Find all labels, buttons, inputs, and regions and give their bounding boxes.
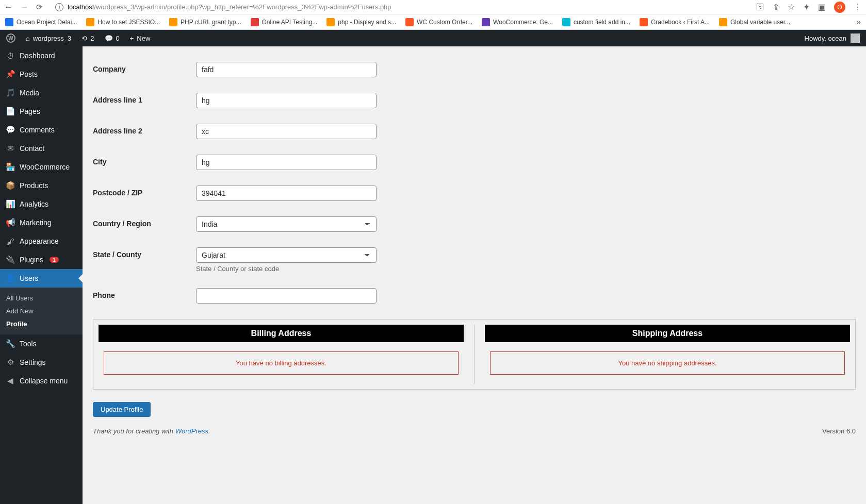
bookmark-favicon bbox=[86, 18, 94, 26]
sidebar-item-label: Media bbox=[20, 89, 39, 97]
sidebar-item-label: Dashboard bbox=[20, 52, 55, 60]
bookmark-favicon bbox=[640, 18, 648, 26]
state-select[interactable]: Gujarat bbox=[196, 247, 377, 263]
sidebar-item-label: Appearance bbox=[20, 237, 59, 245]
sidebar-item-label: Marketing bbox=[20, 219, 51, 227]
products-icon: 📦 bbox=[5, 180, 15, 191]
sidebar-item-tools[interactable]: 🔧Tools bbox=[0, 334, 83, 353]
extensions-icon[interactable]: ✦ bbox=[803, 2, 810, 12]
star-icon[interactable]: ☆ bbox=[788, 2, 795, 12]
bookmark-item[interactable]: PHP cURL grant typ... bbox=[169, 18, 241, 26]
sidebar-item-settings[interactable]: ⚙Settings bbox=[0, 353, 83, 372]
woo-icon: 🏪 bbox=[5, 162, 15, 172]
submenu-item-all-users[interactable]: All Users bbox=[0, 292, 83, 305]
bookmarks-overflow-icon[interactable]: » bbox=[856, 18, 861, 27]
sidebar-item-label: Products bbox=[20, 181, 48, 190]
panel-icon[interactable]: ▣ bbox=[818, 2, 826, 12]
bookmark-favicon bbox=[719, 18, 727, 26]
address1-input[interactable] bbox=[196, 93, 377, 108]
refresh-icon: ⟲ bbox=[81, 35, 87, 42]
wp-admin-bar: W ⌂wordpress_3 ⟲2 💬0 +New Howdy, ocean bbox=[0, 30, 866, 46]
share-icon[interactable]: ⇪ bbox=[773, 2, 779, 12]
bookmark-item[interactable]: Ocean Project Detai... bbox=[5, 18, 77, 26]
new-link[interactable]: +New bbox=[130, 35, 151, 42]
shipping-empty-message: You have no shipping addresses. bbox=[490, 351, 845, 375]
sidebar-item-marketing[interactable]: 📢Marketing bbox=[0, 213, 83, 232]
updates-link[interactable]: ⟲2 bbox=[81, 35, 94, 42]
collapse-icon: ◀ bbox=[5, 376, 15, 386]
billing-address-box: Billing Address You have no billing addr… bbox=[99, 325, 475, 384]
bookmark-item[interactable]: custom field add in... bbox=[562, 18, 630, 26]
city-input[interactable] bbox=[196, 155, 377, 170]
sidebar-item-users[interactable]: 👤Users bbox=[0, 269, 83, 288]
sidebar-item-contact[interactable]: ✉Contact bbox=[0, 139, 83, 158]
sidebar-item-comments[interactable]: 💬Comments bbox=[0, 121, 83, 139]
howdy-account[interactable]: Howdy, ocean bbox=[805, 33, 860, 43]
sidebar-item-products[interactable]: 📦Products bbox=[0, 176, 83, 195]
submenu-item-add-new[interactable]: Add New bbox=[0, 305, 83, 317]
phone-input[interactable] bbox=[196, 288, 377, 304]
bookmark-item[interactable]: How to set JSESSIO... bbox=[86, 18, 160, 26]
chrome-menu-icon[interactable]: ⋮ bbox=[854, 2, 862, 12]
sidebar-item-collapse-menu[interactable]: ◀Collapse menu bbox=[0, 372, 83, 390]
posts-icon: 📌 bbox=[5, 69, 15, 79]
home-icon: ⌂ bbox=[26, 35, 30, 42]
profile-avatar[interactable]: O bbox=[834, 2, 845, 13]
state-label: State / County bbox=[93, 247, 196, 259]
key-icon[interactable]: ⚿ bbox=[756, 3, 764, 12]
sidebar-item-media[interactable]: 🎵Media bbox=[0, 83, 83, 102]
bookmark-favicon bbox=[562, 18, 570, 26]
tools-icon: 🔧 bbox=[5, 339, 15, 349]
sidebar-item-plugins[interactable]: 🔌Plugins1 bbox=[0, 250, 83, 269]
reload-icon[interactable]: ⟳ bbox=[36, 3, 43, 12]
comments-icon: 💬 bbox=[5, 125, 15, 135]
sidebar-item-label: Pages bbox=[20, 107, 40, 115]
city-label: City bbox=[93, 155, 196, 166]
bookmark-item[interactable]: Online API Testing... bbox=[251, 18, 318, 26]
shipping-header: Shipping Address bbox=[485, 325, 850, 342]
bookmark-label: Gradebook ‹ First A... bbox=[651, 19, 710, 26]
address2-label: Address line 2 bbox=[93, 124, 196, 135]
sidebar-item-label: Plugins bbox=[20, 256, 43, 264]
version-text: Version 6.0 bbox=[822, 427, 856, 435]
comments-link[interactable]: 💬0 bbox=[105, 35, 120, 42]
bookmark-item[interactable]: WooCommerce: Ge... bbox=[482, 18, 553, 26]
country-select[interactable]: India bbox=[196, 216, 377, 232]
sidebar-item-posts[interactable]: 📌Posts bbox=[0, 65, 83, 83]
phone-label: Phone bbox=[93, 288, 196, 299]
bookmark-label: Global variable user... bbox=[730, 19, 790, 26]
company-input[interactable] bbox=[196, 62, 377, 77]
browser-toolbar: ← → ⟳ i localhost/wordpress_3/wp-admin/p… bbox=[0, 0, 866, 14]
bookmark-item[interactable]: Gradebook ‹ First A... bbox=[640, 18, 710, 26]
bookmark-favicon bbox=[169, 18, 177, 26]
wordpress-link[interactable]: WordPress bbox=[175, 427, 208, 435]
submenu-item-profile[interactable]: Profile bbox=[0, 317, 83, 330]
address2-input[interactable] bbox=[196, 124, 377, 139]
sidebar-item-analytics[interactable]: 📊Analytics bbox=[0, 195, 83, 213]
comment-icon: 💬 bbox=[105, 35, 113, 42]
bookmark-favicon bbox=[251, 18, 259, 26]
update-badge: 1 bbox=[50, 257, 59, 263]
nav-back-icon[interactable]: ← bbox=[4, 2, 13, 12]
site-link[interactable]: ⌂wordpress_3 bbox=[26, 35, 71, 42]
site-info-icon[interactable]: i bbox=[55, 3, 63, 11]
bookmark-item[interactable]: php - Display and s... bbox=[326, 18, 396, 26]
sidebar-item-pages[interactable]: 📄Pages bbox=[0, 102, 83, 121]
bookmark-item[interactable]: Global variable user... bbox=[719, 18, 790, 26]
bookmark-favicon bbox=[405, 18, 414, 26]
sidebar-item-dashboard[interactable]: ⏱Dashboard bbox=[0, 46, 83, 65]
address-bar[interactable]: i localhost/wordpress_3/wp-admin/profile… bbox=[50, 2, 749, 13]
wp-logo[interactable]: W bbox=[6, 33, 15, 43]
bookmark-label: WooCommerce: Ge... bbox=[493, 19, 553, 26]
update-profile-button[interactable]: Update Profile bbox=[93, 402, 151, 417]
url-text: localhost/wordpress_3/wp-admin/profile.p… bbox=[68, 3, 391, 11]
shipping-address-box: Shipping Address You have no shipping ad… bbox=[485, 325, 850, 384]
postcode-input[interactable] bbox=[196, 186, 377, 201]
sidebar-item-woocommerce[interactable]: 🏪WooCommerce bbox=[0, 158, 83, 176]
sidebar-item-appearance[interactable]: 🖌Appearance bbox=[0, 232, 83, 250]
country-label: Country / Region bbox=[93, 216, 196, 228]
company-label: Company bbox=[93, 62, 196, 73]
address-section: Billing Address You have no billing addr… bbox=[93, 319, 856, 390]
nav-forward-icon[interactable]: → bbox=[20, 2, 29, 12]
bookmark-item[interactable]: WC Custom Order... bbox=[405, 18, 472, 26]
